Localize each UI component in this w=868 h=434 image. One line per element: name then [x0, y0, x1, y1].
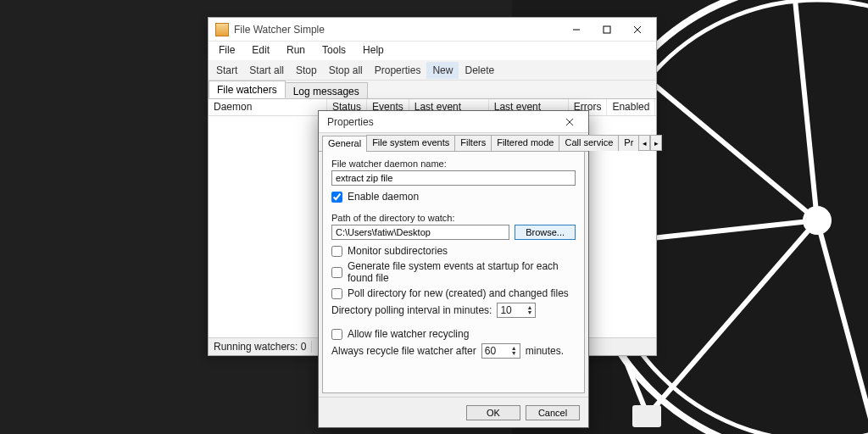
enable-daemon-label: Enable daemon	[348, 191, 419, 203]
stepper-arrows-icon[interactable]: ▲▼	[511, 346, 517, 356]
cancel-button[interactable]: Cancel	[526, 405, 580, 420]
dlg-tab-general[interactable]: General	[322, 136, 367, 152]
allow-recycle-checkbox[interactable]	[331, 329, 342, 340]
tab-file-watchers[interactable]: File watchers	[209, 81, 286, 98]
poll-interval-value: 10	[500, 304, 511, 316]
toolbar-new[interactable]: New	[426, 62, 459, 79]
recycle-after-label: Always recycle file watcher after	[331, 345, 476, 357]
stepper-arrows-icon[interactable]: ▲▼	[526, 305, 532, 315]
dialog-titlebar[interactable]: Properties	[319, 111, 588, 133]
svg-rect-13	[632, 405, 661, 427]
dlg-tab-call-service[interactable]: Call service	[559, 135, 619, 151]
recycle-after-stepper[interactable]: 60 ▲▼	[481, 343, 520, 359]
menu-tools[interactable]: Tools	[314, 42, 354, 60]
app-icon	[215, 23, 229, 36]
col-daemon[interactable]: Daemon	[209, 99, 327, 115]
enable-daemon-checkbox[interactable]	[331, 192, 342, 203]
menu-edit[interactable]: Edit	[243, 42, 278, 60]
col-enabled[interactable]: Enabled	[607, 99, 655, 115]
svg-point-10	[805, 209, 829, 232]
toolbar-stop[interactable]: Stop	[290, 62, 323, 79]
browse-button[interactable]: Browse...	[515, 225, 576, 240]
close-button[interactable]	[622, 20, 653, 39]
poll-dir-checkbox[interactable]	[331, 288, 342, 299]
menu-file[interactable]: File	[210, 42, 243, 60]
tab-scroll-right-icon[interactable]: ▸	[650, 135, 662, 151]
dialog-title: Properties	[327, 116, 556, 128]
dialog-close-button[interactable]	[556, 112, 583, 132]
maximize-button[interactable]	[592, 20, 622, 39]
gen-events-label: Generate file system events at startup f…	[348, 260, 576, 284]
tab-scroll-left-icon[interactable]: ◂	[638, 135, 650, 151]
menubar: File Edit Run Tools Help	[209, 42, 656, 60]
path-input[interactable]	[331, 225, 509, 240]
dlg-tab-pr[interactable]: Pr	[618, 135, 639, 151]
svg-rect-15	[604, 26, 610, 33]
monitor-sub-label: Monitor subdirectories	[348, 245, 448, 257]
titlebar[interactable]: File Watcher Simple	[209, 18, 656, 42]
menu-help[interactable]: Help	[354, 42, 392, 60]
dialog-body: File watcher daemon name: Enable daemon …	[322, 152, 585, 393]
gen-events-checkbox[interactable]	[331, 267, 342, 278]
recycle-unit-label: minutes.	[526, 345, 564, 357]
main-tabs: File watchers Log messages	[209, 81, 656, 99]
status-running-watchers: Running watchers: 0	[214, 341, 312, 353]
toolbar-properties[interactable]: Properties	[369, 62, 427, 79]
poll-interval-stepper[interactable]: 10 ▲▼	[497, 303, 536, 318]
monitor-sub-checkbox[interactable]	[331, 246, 342, 257]
menu-run[interactable]: Run	[278, 42, 314, 60]
recycle-after-value: 60	[485, 345, 496, 357]
dlg-tab-filtered-mode[interactable]: Filtered mode	[491, 135, 559, 151]
poll-dir-label: Poll directory for new (created) and cha…	[348, 287, 569, 299]
toolbar-stop-all[interactable]: Stop all	[323, 62, 369, 79]
dlg-tab-fse[interactable]: File system events	[366, 135, 455, 151]
allow-recycle-label: Allow file watcher recycling	[348, 328, 469, 340]
properties-dialog: Properties General File system events Fi…	[318, 110, 589, 428]
path-label: Path of the directory to watch:	[331, 213, 576, 223]
poll-interval-label: Directory polling interval in minutes:	[331, 304, 492, 316]
daemon-name-input[interactable]	[331, 170, 576, 186]
dialog-tabs: General File system events Filters Filte…	[319, 133, 588, 152]
toolbar-start[interactable]: Start	[210, 62, 243, 79]
ok-button[interactable]: OK	[466, 405, 520, 420]
tab-log-messages[interactable]: Log messages	[285, 82, 368, 98]
dialog-footer: OK Cancel	[319, 397, 588, 427]
toolbar: Start Start all Stop Stop all Properties…	[209, 60, 656, 81]
dlg-tab-filters[interactable]: Filters	[454, 135, 492, 151]
daemon-name-label: File watcher daemon name:	[331, 159, 576, 169]
window-title: File Watcher Simple	[234, 24, 561, 36]
toolbar-start-all[interactable]: Start all	[243, 62, 290, 79]
toolbar-delete[interactable]: Delete	[459, 62, 500, 79]
minimize-button[interactable]	[561, 20, 592, 39]
